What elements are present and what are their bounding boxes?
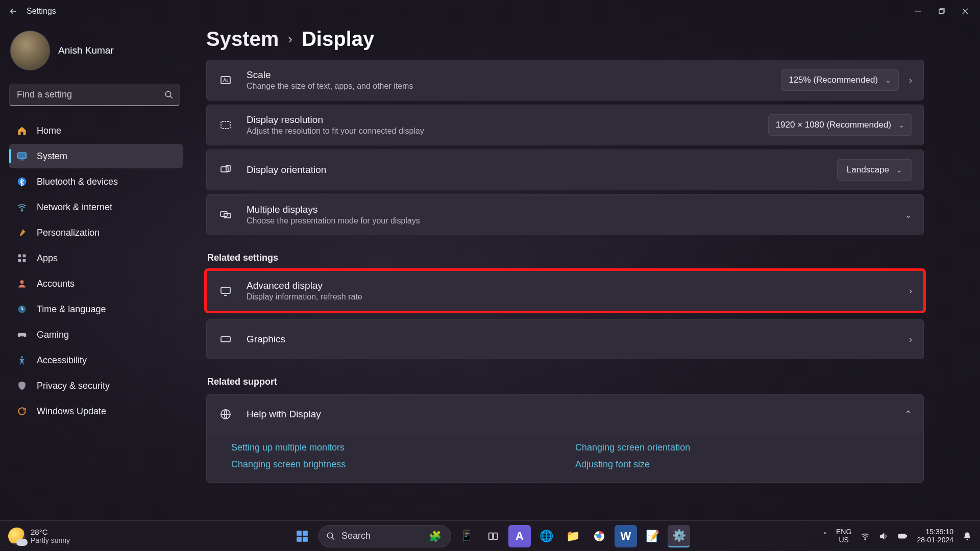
setting-subtitle: Adjust the resolution to fit your connec… — [247, 127, 768, 136]
sidebar-item-home[interactable]: Home — [9, 118, 183, 143]
setting-title: Display resolution — [247, 114, 768, 126]
avatar — [10, 31, 50, 70]
close-button[interactable] — [953, 4, 977, 19]
volume-icon[interactable] — [879, 532, 888, 541]
graphics-icon — [218, 333, 233, 345]
sidebar-item-network[interactable]: Network & internet — [9, 195, 183, 219]
tray-overflow[interactable]: ˄ — [823, 531, 827, 541]
breadcrumb-parent[interactable]: System — [206, 28, 279, 51]
sidebar-item-accessibility[interactable]: Accessibility — [9, 348, 183, 372]
help-link[interactable]: Adjusting font size — [575, 459, 899, 470]
setting-title: Display orientation — [247, 164, 837, 176]
breadcrumb: System › Display — [206, 28, 924, 51]
sidebar-item-update[interactable]: Windows Update — [9, 399, 183, 423]
svg-rect-22 — [221, 337, 230, 342]
taskbar-app-word[interactable]: W — [615, 525, 637, 547]
taskbar-search[interactable]: Search 🧩 — [318, 525, 451, 547]
chevron-right-icon: › — [909, 286, 912, 296]
orientation-dropdown[interactable]: Landscape ⌄ — [837, 159, 912, 181]
main-content: System › Display AA Scale Change the siz… — [189, 22, 980, 520]
taskbar-app-phonelink[interactable]: 📱 — [455, 525, 478, 547]
scale-dropdown[interactable]: 125% (Recommended) ⌄ — [781, 69, 899, 91]
help-links: Setting up multiple monitors Changing sc… — [206, 434, 924, 483]
related-settings-header: Related settings — [207, 253, 924, 263]
sidebar-item-personalization[interactable]: Personalization — [9, 220, 183, 245]
setting-graphics[interactable]: Graphics › — [206, 319, 924, 359]
sidebar-item-label: Time & language — [37, 304, 106, 315]
sidebar-item-label: Privacy & security — [37, 381, 110, 391]
arrow-left-icon — [9, 7, 18, 16]
setting-orientation[interactable]: Display orientation Landscape ⌄ — [206, 149, 924, 190]
svg-rect-0 — [915, 11, 921, 12]
taskbar-app-generic1[interactable]: A — [508, 525, 531, 547]
sidebar-item-apps[interactable]: Apps — [9, 246, 183, 270]
sidebar-item-label: Personalization — [37, 228, 100, 238]
chevron-down-icon: ⌄ — [896, 166, 902, 174]
taskbar-app-notepad[interactable]: 📝 — [641, 525, 664, 547]
battery-icon[interactable] — [897, 532, 908, 541]
search-icon — [164, 90, 174, 99]
svg-rect-29 — [489, 533, 493, 539]
tray-clock[interactable]: 15:39:10 28-01-2024 — [917, 528, 953, 544]
setting-scale[interactable]: AA Scale Change the size of text, apps, … — [206, 60, 924, 101]
home-icon — [16, 125, 28, 136]
wifi-icon[interactable] — [861, 532, 870, 541]
help-link[interactable]: Setting up multiple monitors — [231, 442, 555, 453]
svg-point-28 — [327, 533, 333, 538]
back-button[interactable] — [5, 3, 21, 19]
clock-globe-icon — [16, 304, 28, 315]
svg-rect-1 — [939, 10, 943, 14]
dropdown-value: 980 × 551 (Recommended) — [776, 120, 891, 130]
setting-title: Graphics — [247, 334, 909, 345]
bluetooth-icon — [16, 176, 28, 187]
update-icon — [16, 406, 28, 417]
related-support-header: Related support — [207, 377, 924, 387]
weather-desc: Partly sunny — [31, 536, 70, 544]
setting-multiple-displays[interactable]: Multiple displays Choose the presentatio… — [206, 194, 924, 235]
taskbar-app-edge[interactable]: 🌐 — [535, 525, 557, 547]
wifi-icon — [16, 202, 28, 213]
windows-icon — [296, 530, 309, 543]
search-input[interactable] — [9, 84, 180, 106]
resolution-dropdown[interactable]: 980 × 551 (Recommended) ⌄ — [768, 114, 912, 136]
close-icon — [962, 8, 968, 14]
svg-rect-16 — [221, 121, 230, 129]
sidebar-item-label: Accessibility — [37, 355, 87, 366]
sidebar-item-accounts[interactable]: Accounts — [9, 271, 183, 296]
sidebar-item-label: Gaming — [37, 330, 69, 340]
sidebar-item-label: Network & internet — [37, 202, 112, 213]
setting-resolution[interactable]: Display resolution Adjust the resolution… — [206, 105, 924, 145]
sidebar-item-gaming[interactable]: Gaming — [9, 322, 183, 347]
start-button[interactable] — [290, 524, 314, 548]
system-tray: ˄ ENG US 15:39:10 28-01-2024 — [823, 528, 972, 544]
profile-block[interactable]: Anish Kumar — [10, 31, 183, 70]
taskbar-app-chrome[interactable] — [588, 525, 610, 547]
chevron-down-icon: ⌄ — [904, 209, 912, 220]
help-link[interactable]: Changing screen brightness — [231, 459, 555, 470]
taskbar-app-taskview[interactable] — [482, 525, 504, 547]
multiple-displays-icon — [218, 209, 233, 221]
person-icon — [16, 278, 28, 289]
sidebar-item-privacy[interactable]: Privacy & security — [9, 373, 183, 398]
svg-rect-9 — [23, 259, 26, 262]
taskbar-app-settings[interactable]: ⚙️ — [668, 525, 690, 547]
chevron-right-icon: › — [909, 75, 912, 86]
sidebar-item-bluetooth[interactable]: Bluetooth & devices — [9, 169, 183, 194]
nav: Home System Bluetooth & devices Network … — [9, 118, 183, 423]
taskbar-weather[interactable]: 28°C Partly sunny — [8, 528, 70, 545]
svg-rect-3 — [18, 153, 27, 158]
sidebar-item-system[interactable]: System — [9, 144, 183, 168]
maximize-button[interactable] — [930, 4, 953, 19]
help-link[interactable]: Changing screen orientation — [575, 442, 899, 453]
help-with-display[interactable]: Help with Display ⌃ — [206, 394, 924, 434]
sidebar-item-time[interactable]: Time & language — [9, 297, 183, 321]
notifications-icon[interactable] — [963, 532, 972, 541]
svg-rect-8 — [18, 259, 21, 262]
profile-name: Anish Kumar — [58, 45, 114, 56]
minimize-button[interactable] — [906, 4, 930, 19]
tray-language[interactable]: ENG US — [836, 528, 851, 544]
setting-advanced-display[interactable]: Advanced display Display information, re… — [206, 270, 924, 311]
taskbar-app-explorer[interactable]: 📁 — [561, 525, 584, 547]
chevron-right-icon: › — [288, 31, 292, 47]
svg-rect-21 — [221, 287, 230, 293]
